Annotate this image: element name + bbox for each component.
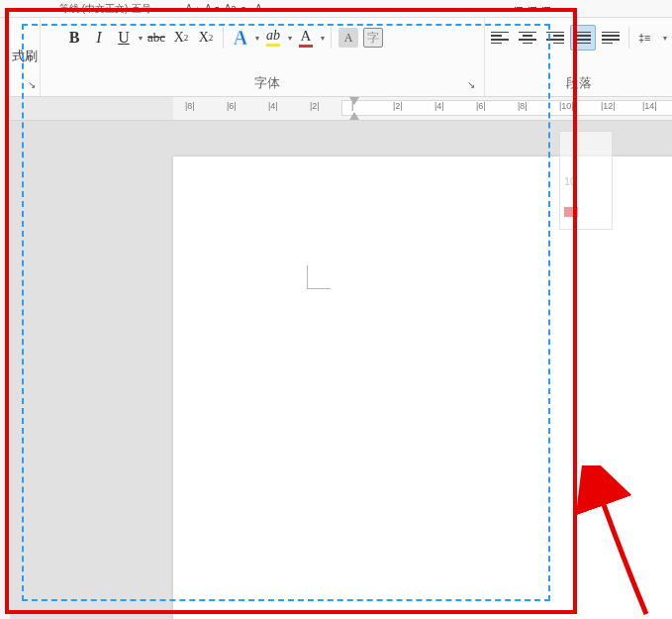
paragraph-group: ‡≡ ▾ 段落 — [485, 18, 672, 96]
chevron-down-icon[interactable]: ▾ — [321, 34, 325, 43]
chevron-down-icon[interactable]: ▾ — [288, 34, 292, 43]
align-right-button[interactable] — [542, 25, 568, 51]
ruler-tick-label: |4| — [268, 101, 278, 111]
font-group: B I U ▾ abc X2 X2 A ▾ ab ▾ — [49, 18, 485, 96]
align-left-button[interactable] — [487, 25, 513, 51]
ruler-tick-label: |6| — [227, 101, 237, 111]
clipboard-launcher-icon[interactable]: ↘ — [28, 79, 40, 91]
bold-button[interactable]: B — [63, 25, 85, 51]
font-launcher-icon[interactable]: ↘ — [467, 79, 479, 91]
text-effects-button[interactable]: A — [230, 25, 251, 51]
line-spacing-button[interactable]: ‡≡ — [634, 25, 660, 51]
ruler-tick-label: |6| — [476, 101, 486, 111]
subscript-button[interactable]: X2 — [170, 25, 192, 51]
color-swatch[interactable] — [564, 207, 578, 217]
chevron-down-icon[interactable]: ▾ — [255, 34, 259, 43]
horizontal-ruler[interactable]: |8||6||4||2|||2||4||6||8||10||12||14||16… — [10, 97, 672, 121]
ruler-tick-label: |10| — [559, 101, 574, 111]
font-group-label: 字体 — [49, 74, 484, 92]
font-size-box[interactable]: 五号 — [132, 2, 151, 16]
chevron-down-icon[interactable]: ▾ — [663, 34, 667, 43]
align-distribute-button[interactable] — [598, 25, 624, 51]
char-shading-button[interactable]: A — [337, 25, 359, 51]
ruler-tick-label: | — [351, 101, 353, 111]
ribbon: 式刷 ↘ B I U ▾ abc X2 X2 A ▾ ab — [10, 18, 672, 97]
font-name-box[interactable]: 等线 (中文正文) — [59, 2, 128, 16]
ruler-tick-label: |12| — [601, 101, 616, 111]
strikethrough-button[interactable]: abc — [145, 25, 167, 51]
format-painter-fragment[interactable]: 式刷 — [10, 46, 40, 67]
ruler-tick-label: |2| — [393, 101, 403, 111]
top-toolbar-partial: 等线 (中文正文) 五号 A▲ A▼ Aa ▾ A ≔ ≔ ≔ — [0, 0, 672, 18]
align-justify-button[interactable] — [570, 25, 596, 51]
font-color-button[interactable]: A — [295, 25, 317, 51]
ruler-tick-label: |4| — [434, 101, 444, 111]
hanging-indent-marker[interactable] — [349, 112, 359, 120]
paragraph-group-label: 段落 — [485, 74, 672, 92]
chevron-down-icon[interactable]: ▾ — [139, 34, 143, 43]
ruler-tick-label: |14| — [642, 101, 657, 111]
ruler-tick-label: |2| — [310, 101, 320, 111]
char-border-button[interactable]: 字 — [362, 25, 384, 51]
highlight-button[interactable]: ab — [262, 25, 284, 51]
ruler-tick-label: |8| — [518, 101, 528, 111]
popup-value: 10 — [564, 175, 608, 187]
underline-button[interactable]: U — [113, 25, 135, 51]
floating-palette-popup[interactable]: 10 — [559, 131, 613, 230]
superscript-button[interactable]: X2 — [195, 25, 217, 51]
italic-button[interactable]: I — [88, 25, 110, 51]
align-center-button[interactable] — [515, 25, 540, 51]
ruler-tick-label: |8| — [185, 101, 195, 111]
text-cursor-marker — [307, 265, 331, 289]
